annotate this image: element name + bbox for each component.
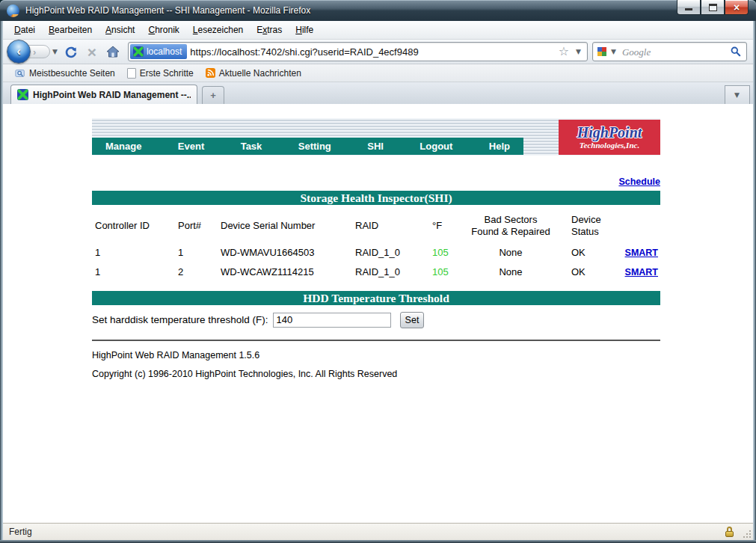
cell-bad-sectors: None: [460, 245, 562, 264]
horizontal-rule: [92, 340, 660, 341]
threshold-input[interactable]: [273, 313, 391, 328]
col-temp: °F: [428, 211, 460, 245]
threshold-label: Set harddisk temperature threshold (F):: [92, 314, 268, 325]
smart-link[interactable]: SMART: [625, 248, 658, 258]
reload-button[interactable]: [61, 42, 81, 61]
minimize-button[interactable]: [677, 0, 701, 15]
site-favicon: [133, 46, 144, 57]
bookmarks-toolbar: Meistbesuchte Seiten Erste Schritte Aktu…: [3, 64, 753, 82]
tab-favicon: [17, 89, 28, 100]
nav-manage[interactable]: Manage: [105, 141, 141, 152]
nav-task[interactable]: Task: [241, 141, 262, 152]
nav-shi[interactable]: SHI: [367, 141, 384, 152]
cell-smart: SMART: [624, 264, 660, 283]
minimize-icon: [685, 8, 692, 10]
bookmark-latest-headlines[interactable]: Aktuelle Nachrichten: [200, 67, 307, 80]
search-box[interactable]: ▼: [592, 42, 747, 61]
close-icon: ×: [734, 2, 740, 13]
cell-controller: 1: [92, 245, 175, 264]
title-bar[interactable]: HighPoint Web RAID Management -- SHI Man…: [0, 0, 756, 21]
reload-icon: [64, 44, 79, 59]
cell-serial: WD-WMAVU1664503: [218, 245, 352, 264]
google-icon: [597, 47, 606, 56]
menu-bearbeiten[interactable]: Bearbeiten: [42, 22, 99, 37]
menu-ansicht[interactable]: Ansicht: [99, 22, 141, 37]
resize-grip[interactable]: [743, 530, 752, 539]
menu-lesezeichen[interactable]: Lesezeichen: [186, 22, 250, 37]
threshold-section-header: HDD Temperature Threshold: [92, 291, 660, 305]
history-dropdown-button[interactable]: ▼: [52, 48, 58, 55]
list-all-tabs-button[interactable]: ▼: [725, 85, 750, 104]
tab-title: HighPoint Web RAID Management --...: [33, 90, 191, 100]
bookmark-star-icon[interactable]: ☆: [559, 46, 569, 58]
logo-wordmark: HighPoint: [577, 125, 642, 140]
window-controls: ×: [677, 0, 749, 15]
close-button[interactable]: ×: [725, 0, 749, 15]
forward-arrow-icon: ›: [33, 47, 36, 57]
footer-version: HighPoint Web RAID Management 1.5.6: [92, 350, 660, 361]
browser-content-area: Manage Event Task Setting SHI Logout Hel…: [3, 104, 753, 524]
set-button[interactable]: Set: [400, 312, 424, 328]
chevron-down-icon: ▼: [734, 91, 740, 99]
stop-button[interactable]: ×: [82, 42, 102, 61]
cell-controller: 1: [92, 264, 175, 283]
table-row: 1 2 WD-WCAWZ1114215 RAID_1_0 105 None OK…: [92, 264, 660, 283]
cell-device-status: OK: [562, 245, 624, 264]
restore-button[interactable]: [701, 0, 725, 15]
bookmark-most-visited[interactable]: Meistbesuchte Seiten: [9, 67, 121, 80]
back-forward-cluster: ‹ › ▼: [7, 40, 61, 64]
page-icon: [127, 68, 136, 79]
menu-chronik[interactable]: Chronik: [141, 22, 185, 37]
cell-port: 1: [175, 245, 218, 264]
col-device-status: Device Status: [562, 211, 624, 245]
window-frame-left: [0, 21, 3, 543]
browser-window: HighPoint Web RAID Management -- SHI Man…: [0, 0, 756, 543]
menu-hilfe[interactable]: Hilfe: [289, 22, 320, 37]
status-bar: Fertig: [3, 523, 753, 540]
window-frame-bottom: [0, 540, 756, 543]
shi-page: Manage Event Task Setting SHI Logout Hel…: [92, 118, 660, 379]
tab-bar: HighPoint Web RAID Management --... + ▼: [3, 82, 753, 105]
back-button[interactable]: ‹: [7, 40, 31, 64]
url-bar[interactable]: localhost ☆ ▼: [128, 42, 588, 61]
url-input[interactable]: [187, 46, 553, 58]
cell-raid: RAID_1_0: [352, 245, 428, 264]
cell-temperature: 105: [428, 264, 460, 283]
url-dropdown-button[interactable]: ▼: [576, 48, 581, 55]
page-banner: Manage Event Task Setting SHI Logout Hel…: [92, 118, 660, 156]
new-tab-button[interactable]: +: [202, 86, 224, 104]
tab-highpoint[interactable]: HighPoint Web RAID Management --...: [10, 85, 197, 104]
col-bad-sectors: Bad Sectors Found & Repaired: [460, 211, 562, 245]
col-smart: [624, 211, 660, 245]
search-input[interactable]: [619, 46, 730, 58]
plus-icon: +: [210, 90, 216, 101]
search-engine-dropdown[interactable]: ▼: [611, 48, 616, 55]
nav-logout[interactable]: Logout: [420, 141, 452, 152]
menu-datei[interactable]: Datei: [7, 22, 42, 37]
bookmark-getting-started[interactable]: Erste Schritte: [121, 67, 200, 80]
search-magnifier-icon[interactable]: [730, 46, 742, 58]
site-identity-label: localhost: [147, 46, 182, 57]
nav-event[interactable]: Event: [178, 141, 204, 152]
cell-device-status: OK: [562, 264, 624, 283]
nav-help[interactable]: Help: [489, 141, 510, 152]
menu-extras[interactable]: Extras: [250, 22, 289, 37]
home-button[interactable]: [103, 42, 123, 61]
shi-section-header: Storage Health Inspector(SHI): [92, 191, 660, 205]
highpoint-logo: HighPoint Technologies,Inc.: [559, 120, 660, 155]
ssl-lock-icon[interactable]: [725, 527, 734, 537]
schedule-row: Schedule: [92, 174, 660, 185]
smart-link[interactable]: SMART: [625, 267, 658, 277]
stop-icon: ×: [87, 44, 96, 60]
nav-setting[interactable]: Setting: [298, 141, 331, 152]
site-identity-button[interactable]: localhost: [130, 44, 187, 59]
cell-serial: WD-WCAWZ1114215: [218, 264, 352, 283]
logo-subtitle: Technologies,Inc.: [580, 141, 639, 150]
shi-table: Controller ID Port# Device Serial Number…: [92, 211, 660, 283]
table-header-row: Controller ID Port# Device Serial Number…: [92, 211, 660, 245]
table-row: 1 1 WD-WMAVU1664503 RAID_1_0 105 None OK…: [92, 245, 660, 264]
schedule-link[interactable]: Schedule: [618, 177, 660, 187]
firefox-icon: [7, 4, 19, 17]
cell-temperature: 105: [428, 245, 460, 264]
col-raid: RAID: [352, 211, 428, 245]
